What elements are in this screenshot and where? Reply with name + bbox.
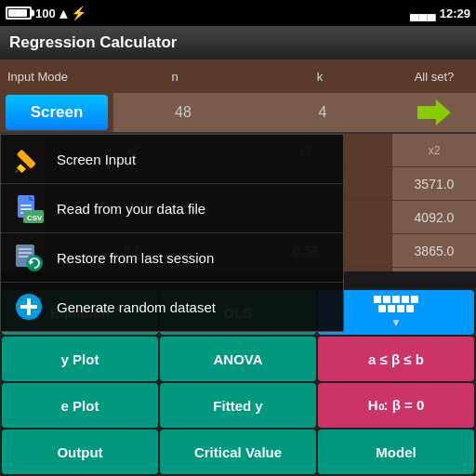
chevron-down-icon: ▼	[390, 316, 402, 329]
hypothesis-test-button[interactable]: H₀: β = 0	[318, 383, 474, 428]
file-icon: CSV	[12, 192, 46, 225]
wifi-icon: ▴	[60, 5, 67, 22]
battery-icon	[6, 7, 32, 20]
header-row: Input Mode n k All set?	[0, 60, 476, 93]
menu-item-restore[interactable]: Restore from last session	[1, 233, 343, 283]
input-mode-label: Input Mode	[0, 70, 102, 84]
yplot-button[interactable]: y Plot	[2, 337, 158, 381]
menu-generate-label: Generate random dataset	[57, 299, 216, 315]
menu-item-read-file[interactable]: CSV Read from your data file	[1, 184, 343, 233]
title-bar: Regression Calculator	[0, 26, 476, 60]
svg-point-14	[26, 255, 43, 271]
k-value: 4	[253, 93, 392, 132]
cell-right: 4092.0	[392, 201, 476, 233]
keyboard-icon-row2	[378, 305, 414, 312]
signal-icon: ▄▄▄	[410, 7, 436, 20]
allset-button[interactable]	[392, 93, 476, 132]
control-row: Screen 48 4	[0, 93, 476, 134]
table-col-x2-right: x2	[392, 134, 476, 166]
cell-right: 3571.0	[392, 167, 476, 200]
k-label: k	[247, 70, 392, 84]
allset-label: All set?	[392, 70, 476, 84]
svg-rect-18	[20, 305, 37, 309]
anova-button[interactable]: ANOVA	[160, 337, 316, 381]
fitted-y-button[interactable]: Fitted y	[160, 383, 316, 428]
pencil-icon	[12, 142, 46, 176]
menu-item-generate[interactable]: Generate random dataset	[1, 283, 343, 331]
battery-level: 100	[35, 7, 56, 20]
menu-read-file-label: Read from your data file	[57, 201, 205, 217]
arrow-right-icon	[417, 99, 451, 126]
beta-interval-button[interactable]: a ≤ β ≤ b	[318, 337, 474, 381]
svg-text:CSV: CSV	[27, 214, 43, 222]
status-left: 100 ▴ ⚡	[6, 5, 86, 22]
cell-right: 4870.0	[392, 268, 476, 271]
n-label: n	[102, 70, 247, 84]
output-button[interactable]: Output	[2, 430, 158, 474]
dropdown-menu: Screen Input CSV Read from your data fil…	[0, 134, 344, 332]
n-value: 48	[113, 93, 253, 132]
svg-rect-13	[19, 256, 28, 258]
eplot-button[interactable]: e Plot	[2, 383, 158, 428]
keyboard-icon	[374, 296, 418, 303]
restore-icon	[12, 241, 46, 274]
critical-value-button[interactable]: Critical Value	[160, 430, 316, 474]
status-right: ▄▄▄ 12:29	[410, 7, 470, 20]
screen-button[interactable]: Screen	[6, 95, 108, 130]
svg-rect-5	[20, 205, 32, 206]
plus-circle-icon	[12, 290, 46, 324]
app-title: Regression Calculator	[9, 33, 177, 52]
status-bar: 100 ▴ ⚡ ▄▄▄ 12:29	[0, 0, 476, 26]
svg-marker-2	[15, 170, 18, 173]
usb-icon: ⚡	[71, 6, 86, 20]
menu-item-screen-input[interactable]: Screen Input	[1, 135, 343, 184]
cell-right: 3865.0	[392, 234, 476, 267]
menu-screen-input-label: Screen Input	[57, 152, 136, 167]
svg-rect-12	[19, 252, 32, 254]
svg-rect-11	[19, 248, 32, 250]
time-display: 12:29	[440, 7, 470, 20]
svg-rect-6	[20, 208, 32, 210]
model-button[interactable]: Model	[318, 430, 474, 474]
menu-restore-label: Restore from last session	[57, 250, 214, 266]
svg-rect-0	[17, 164, 26, 173]
